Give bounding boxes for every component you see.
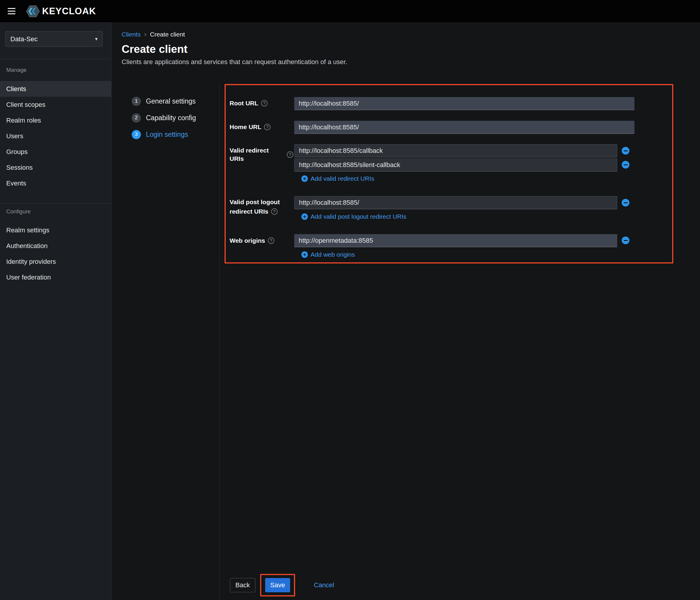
root-url-label: Root URL ?: [230, 99, 293, 107]
sidebar-item-users[interactable]: Users: [0, 128, 111, 144]
add-valid-redirect-uris-link[interactable]: + Add valid redirect URIs: [301, 174, 374, 183]
step-label: General settings: [146, 97, 196, 105]
realm-selector-value: Data-Sec: [10, 35, 38, 43]
add-web-origins-link[interactable]: + Add web origins: [301, 250, 355, 259]
step-number-badge: 3: [132, 130, 141, 139]
sidebar-item-clients[interactable]: Clients: [0, 81, 111, 97]
save-button[interactable]: Save: [265, 578, 290, 592]
remove-redirect-uri-2-button[interactable]: [622, 161, 629, 169]
home-url-label: Home URL ?: [230, 123, 293, 131]
step-label: Login settings: [146, 130, 188, 139]
remove-web-origin-button[interactable]: [622, 237, 629, 244]
sidebar-item-groups[interactable]: Groups: [0, 144, 111, 160]
step-number-badge: 2: [132, 113, 141, 123]
valid-post-logout-label: Valid post logout redirect URIs ?: [230, 197, 293, 216]
minus-circle-icon: [624, 150, 628, 151]
wizard-step-login-settings[interactable]: 3 Login settings: [132, 130, 188, 139]
cancel-link[interactable]: Cancel: [314, 578, 334, 592]
breadcrumb-current: Create client: [150, 31, 185, 38]
plus-circle-icon: +: [301, 251, 308, 258]
remove-redirect-uri-1-button[interactable]: [622, 147, 629, 154]
main-content: Clients › Create client Create client Cl…: [111, 22, 700, 600]
sidebar-divider: [0, 203, 111, 203]
minus-circle-icon: [624, 240, 628, 241]
sidebar-configure-list: Realm settings Authentication Identity p…: [0, 222, 111, 285]
step-number-badge: 1: [132, 97, 141, 106]
plus-circle-icon: +: [301, 175, 308, 182]
redirect-uri-input-1[interactable]: [294, 144, 617, 157]
back-button[interactable]: Back: [230, 578, 255, 592]
help-icon[interactable]: ?: [268, 237, 274, 244]
sidebar-item-realm-settings[interactable]: Realm settings: [0, 222, 111, 238]
wizard-step-capability-config[interactable]: 2 Capability config: [132, 113, 196, 123]
root-url-input[interactable]: [294, 97, 634, 110]
help-icon[interactable]: ?: [287, 151, 293, 158]
minus-circle-icon: [624, 202, 628, 203]
chevron-right-icon: ›: [144, 30, 146, 38]
sidebar-item-user-federation[interactable]: User federation: [0, 269, 111, 285]
chevron-down-icon: ▾: [95, 36, 98, 42]
page-subtitle: Clients are applications and services th…: [122, 58, 347, 66]
page-title: Create client: [122, 43, 188, 55]
realm-selector[interactable]: Data-Sec ▾: [5, 31, 103, 47]
sidebar-item-identity-providers[interactable]: Identity providers: [0, 254, 111, 269]
sidebar-section-configure: Configure: [6, 208, 30, 215]
sidebar-item-client-scopes[interactable]: Client scopes: [0, 97, 111, 113]
valid-redirect-uris-label: Valid redirect URIs ?: [230, 146, 293, 163]
sidebar-item-realm-roles[interactable]: Realm roles: [0, 113, 111, 128]
home-url-input[interactable]: [294, 121, 634, 134]
wizard-divider: [220, 84, 220, 600]
wizard-step-general-settings[interactable]: 1 General settings: [132, 96, 196, 106]
post-logout-uri-input[interactable]: [294, 196, 617, 209]
sidebar-item-events[interactable]: Events: [0, 175, 111, 191]
sidebar-item-authentication[interactable]: Authentication: [0, 238, 111, 254]
brand-text: KEYCLOAK: [42, 6, 96, 17]
remove-post-logout-uri-button[interactable]: [622, 199, 629, 207]
sidebar-section-manage: Manage: [6, 67, 27, 73]
help-icon[interactable]: ?: [261, 100, 268, 106]
sidebar-item-sessions[interactable]: Sessions: [0, 160, 111, 175]
redirect-uri-input-2[interactable]: [294, 159, 617, 171]
topbar: KEYCLOAK: [0, 0, 700, 22]
step-label: Capability config: [146, 114, 196, 122]
breadcrumb: Clients › Create client: [122, 30, 185, 38]
breadcrumb-clients-link[interactable]: Clients: [122, 31, 141, 38]
help-icon[interactable]: ?: [271, 208, 278, 215]
plus-circle-icon: +: [301, 213, 308, 220]
hamburger-menu-button[interactable]: [8, 6, 18, 16]
sidebar-divider: [0, 59, 111, 59]
web-origins-input[interactable]: [294, 234, 617, 247]
keycloak-logo-icon: [26, 5, 40, 17]
sidebar-manage-list: Clients Client scopes Realm roles Users …: [0, 81, 111, 191]
minus-circle-icon: [624, 164, 628, 165]
web-origins-label: Web origins ?: [230, 237, 293, 245]
add-post-logout-uris-link[interactable]: + Add valid post logout redirect URIs: [301, 212, 406, 221]
sidebar: Data-Sec ▾ Manage Clients Client scopes …: [0, 22, 111, 600]
help-icon[interactable]: ?: [264, 124, 271, 130]
keycloak-logo: KEYCLOAK: [26, 0, 96, 22]
